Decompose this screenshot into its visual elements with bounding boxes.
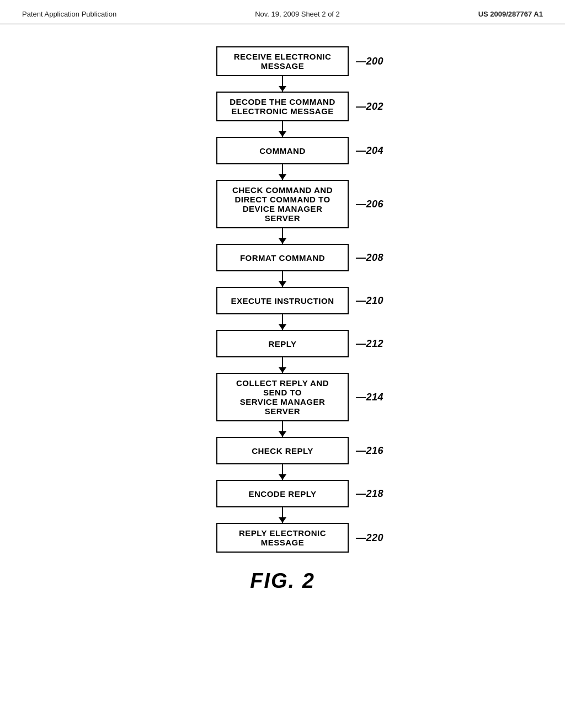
step-212-label: —212 <box>356 338 383 350</box>
arrow-0 <box>282 76 283 92</box>
step-216-label: —216 <box>356 445 383 457</box>
step-208-box: FORMAT COMMAND—208 <box>216 244 349 271</box>
step-206-label: —206 <box>356 199 383 210</box>
step-214-box: COLLECT REPLY AND SEND TO SERVICE MANAGE… <box>216 373 349 421</box>
step-202-box: DECODE THE COMMAND ELECTRONIC MESSAGE—20… <box>216 92 349 121</box>
diagram-area: RECEIVE ELECTRONIC MESSAGE—200DECODE THE… <box>0 24 565 604</box>
step-216-box: CHECK REPLY—216 <box>216 437 349 464</box>
step-202-label: —202 <box>356 101 383 113</box>
step-220-box: REPLY ELECTRONIC MESSAGE—220 <box>216 523 349 553</box>
step-208-label: —208 <box>356 252 383 264</box>
arrow-9 <box>282 507 283 523</box>
header-date-sheet: Nov. 19, 2009 Sheet 2 of 2 <box>255 10 340 18</box>
step-210-box: EXECUTE INSTRUCTION—210 <box>216 287 349 314</box>
arrow-8 <box>282 464 283 480</box>
step-212-box: REPLY—212 <box>216 330 349 357</box>
step-204-label: —204 <box>356 145 383 157</box>
arrow-7 <box>282 421 283 437</box>
page-header: Patent Application Publication Nov. 19, … <box>0 0 565 24</box>
arrow-1 <box>282 121 283 137</box>
step-204-box: COMMAND—204 <box>216 137 349 164</box>
step-220-label: —220 <box>356 532 383 544</box>
figure-label: FIG. 2 <box>250 569 315 593</box>
step-210-label: —210 <box>356 295 383 307</box>
arrow-5 <box>282 314 283 330</box>
arrow-3 <box>282 228 283 244</box>
arrow-2 <box>282 164 283 180</box>
step-200-label: —200 <box>356 56 383 67</box>
header-patent-number: US 2009/287767 A1 <box>478 10 543 18</box>
step-206-box: CHECK COMMAND AND DIRECT COMMAND TO DEVI… <box>216 180 349 228</box>
step-200-box: RECEIVE ELECTRONIC MESSAGE—200 <box>216 46 349 76</box>
header-publication: Patent Application Publication <box>22 10 116 18</box>
arrow-4 <box>282 271 283 287</box>
step-218-box: ENCODE REPLY—218 <box>216 480 349 507</box>
step-218-label: —218 <box>356 488 383 500</box>
arrow-6 <box>282 357 283 373</box>
flowchart: RECEIVE ELECTRONIC MESSAGE—200DECODE THE… <box>216 46 349 553</box>
step-214-label: —214 <box>356 392 383 403</box>
